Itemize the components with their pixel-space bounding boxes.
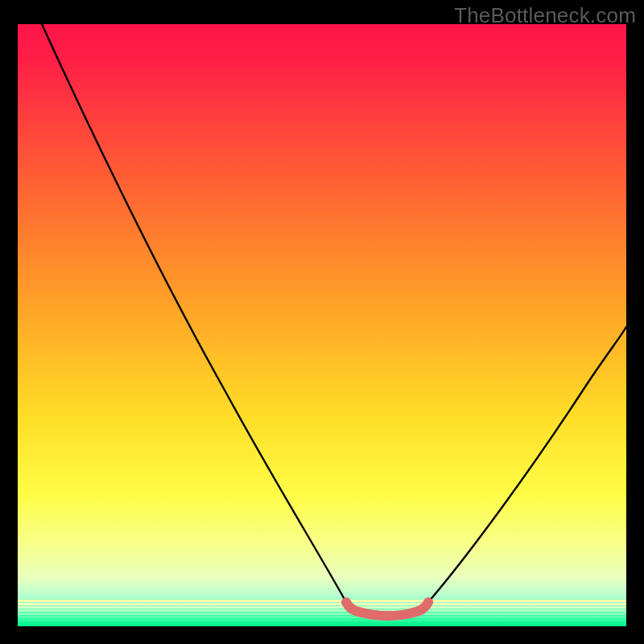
curve-bottom-accent <box>346 602 428 616</box>
watermark-text: TheBottleneck.com <box>454 3 636 28</box>
plot-area <box>18 24 626 626</box>
curve-layer <box>18 24 626 626</box>
curve-right-branch <box>428 327 626 602</box>
chart-frame: TheBottleneck.com <box>0 0 644 644</box>
curve-left-branch <box>42 24 346 602</box>
